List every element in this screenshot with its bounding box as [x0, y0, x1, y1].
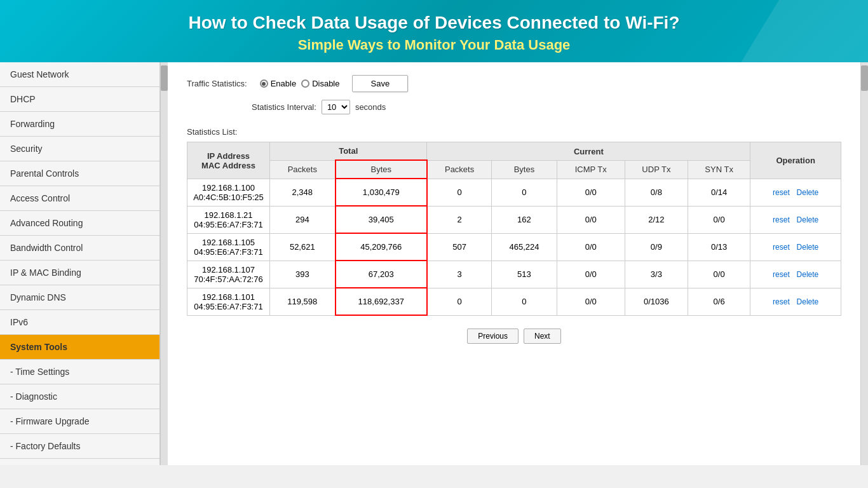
reset-link[interactable]: reset — [773, 243, 790, 252]
sidebar: Guest NetworkDHCPForwardingSecurityParen… — [0, 62, 160, 465]
stats-list-label: Statistics List: — [187, 127, 841, 137]
enable-radio-btn[interactable] — [260, 79, 268, 88]
enable-radio[interactable]: Enable — [260, 79, 296, 88]
sidebar-item-security[interactable]: Security — [0, 137, 159, 161]
header-subtitle: Simple Ways to Monitor Your Data Usage — [13, 37, 855, 53]
sidebar-item---backup---restore[interactable]: - Backup & Restore — [0, 459, 159, 465]
sidebar-item-ip---mac-binding[interactable]: IP & MAC Binding — [0, 261, 159, 285]
cell-ip-mac: 192.168.1.10104:95:E6:A7:F3:71 — [187, 288, 270, 315]
sidebar-item-system-tools[interactable]: System Tools — [0, 335, 159, 360]
cell-operation: reset Delete — [750, 233, 841, 261]
sidebar-item-ipv6[interactable]: IPv6 — [0, 310, 159, 335]
col-udp-tx: UDP Tx — [625, 160, 688, 179]
col-ip-mac: IP AddressMAC Address — [187, 142, 270, 179]
cell-cur-bytes: 513 — [492, 261, 557, 288]
current-group-header: Current — [427, 142, 750, 161]
col-total-packets: Packets — [270, 160, 336, 179]
col-cur-bytes: Bytes — [492, 160, 557, 179]
cell-cur-bytes: 162 — [492, 206, 557, 233]
sidebar-item-forwarding[interactable]: Forwarding — [0, 112, 159, 137]
cell-syn-tx: 0/13 — [688, 233, 750, 261]
cell-syn-tx: 0/6 — [688, 288, 750, 315]
cell-total-bytes: 118,692,337 — [336, 288, 427, 315]
cell-total-bytes: 45,209,766 — [336, 233, 427, 261]
main-content: Traffic Statistics: Enable Disable Save … — [168, 62, 860, 465]
col-syn-tx: SYN Tx — [688, 160, 750, 179]
table-row: 192.168.1.10770:4F:57:AA:72:76 393 67,20… — [187, 261, 841, 288]
total-group-header: Total — [270, 142, 427, 161]
save-button[interactable]: Save — [352, 75, 408, 92]
interval-label: Statistics Interval: — [188, 102, 316, 112]
sidebar-item-parental-controls[interactable]: Parental Controls — [0, 161, 159, 186]
next-button[interactable]: Next — [524, 329, 561, 344]
cell-icmp-tx: 0/0 — [557, 288, 625, 315]
bottom-nav: Previous Next — [187, 329, 841, 344]
cell-cur-packets: 0 — [427, 288, 492, 315]
col-header-row: Packets Bytes Packets Bytes ICMP Tx UDP … — [187, 160, 841, 179]
cell-icmp-tx: 0/0 — [557, 261, 625, 288]
cell-operation: reset Delete — [750, 288, 841, 315]
reset-link[interactable]: reset — [773, 188, 790, 197]
reset-link[interactable]: reset — [773, 270, 790, 279]
delete-link[interactable]: Delete — [797, 243, 819, 252]
delete-link[interactable]: Delete — [797, 297, 819, 306]
sidebar-item-dhcp[interactable]: DHCP — [0, 87, 159, 112]
sidebar-scrollbar[interactable] — [160, 62, 168, 465]
cell-total-packets: 294 — [270, 206, 336, 233]
cell-syn-tx: 0/0 — [688, 261, 750, 288]
cell-total-bytes: 39,405 — [336, 206, 427, 233]
reset-link[interactable]: reset — [773, 297, 790, 306]
sidebar-item-bandwidth-control[interactable]: Bandwidth Control — [0, 236, 159, 261]
cell-icmp-tx: 0/0 — [557, 233, 625, 261]
radio-group: Enable Disable — [260, 79, 340, 88]
delete-link[interactable]: Delete — [797, 215, 819, 224]
traffic-controls: Traffic Statistics: Enable Disable Save — [187, 75, 841, 92]
cell-udp-tx: 0/8 — [625, 179, 688, 206]
cell-operation: reset Delete — [750, 179, 841, 206]
delete-link[interactable]: Delete — [797, 188, 819, 197]
prev-button[interactable]: Previous — [467, 329, 519, 344]
cell-syn-tx: 0/0 — [688, 206, 750, 233]
cell-syn-tx: 0/14 — [688, 179, 750, 206]
cell-udp-tx: 3/3 — [625, 261, 688, 288]
sidebar-item-advanced-routing[interactable]: Advanced Routing — [0, 211, 159, 236]
col-operation: Operation — [750, 142, 841, 179]
cell-cur-bytes: 0 — [492, 288, 557, 315]
disable-radio[interactable]: Disable — [301, 79, 339, 88]
delete-link[interactable]: Delete — [797, 270, 819, 279]
sidebar-item-guest-network[interactable]: Guest Network — [0, 62, 159, 87]
table-row: 192.168.1.100A0:4C:5B:10:F5:25 2,348 1,0… — [187, 179, 841, 206]
cell-cur-packets: 2 — [427, 206, 492, 233]
cell-udp-tx: 0/9 — [625, 233, 688, 261]
table-row: 192.168.1.10104:95:E6:A7:F3:71 119,598 1… — [187, 288, 841, 315]
main-scrollbar[interactable] — [860, 62, 868, 465]
sidebar-item-access-control[interactable]: Access Control — [0, 186, 159, 211]
sidebar-item---diagnostic[interactable]: - Diagnostic — [0, 384, 159, 409]
cell-ip-mac: 192.168.1.10770:4F:57:AA:72:76 — [187, 261, 270, 288]
disable-label: Disable — [312, 79, 339, 88]
cell-ip-mac: 192.168.1.10504:95:E6:A7:F3:71 — [187, 233, 270, 261]
cell-operation: reset Delete — [750, 206, 841, 233]
reset-link[interactable]: reset — [773, 215, 790, 224]
cell-ip-mac: 192.168.1.2104:95:E6:A7:F3:71 — [187, 206, 270, 233]
disable-radio-btn[interactable] — [301, 79, 309, 88]
sidebar-item-dynamic-dns[interactable]: Dynamic DNS — [0, 285, 159, 310]
interval-row: Statistics Interval: 10 30 60 seconds — [187, 100, 841, 114]
cell-cur-bytes: 465,224 — [492, 233, 557, 261]
sidebar-item---firmware-upgrade[interactable]: - Firmware Upgrade — [0, 409, 159, 434]
interval-select[interactable]: 10 30 60 — [322, 100, 350, 114]
cell-total-packets: 119,598 — [270, 288, 336, 315]
traffic-label: Traffic Statistics: — [187, 79, 247, 88]
sidebar-item---factory-defaults[interactable]: - Factory Defaults — [0, 434, 159, 459]
cell-cur-bytes: 0 — [492, 179, 557, 206]
enable-label: Enable — [271, 79, 296, 88]
cell-icmp-tx: 0/0 — [557, 206, 625, 233]
cell-udp-tx: 2/12 — [625, 206, 688, 233]
col-icmp-tx: ICMP Tx — [557, 160, 625, 179]
header-title: How to Check Data Usage of Devices Conne… — [13, 11, 855, 34]
statistics-table: IP AddressMAC Address Total Current Oper… — [187, 142, 841, 316]
col-cur-packets: Packets — [427, 160, 492, 179]
cell-icmp-tx: 0/0 — [557, 179, 625, 206]
cell-cur-packets: 3 — [427, 261, 492, 288]
sidebar-item---time-settings[interactable]: - Time Settings — [0, 360, 159, 384]
